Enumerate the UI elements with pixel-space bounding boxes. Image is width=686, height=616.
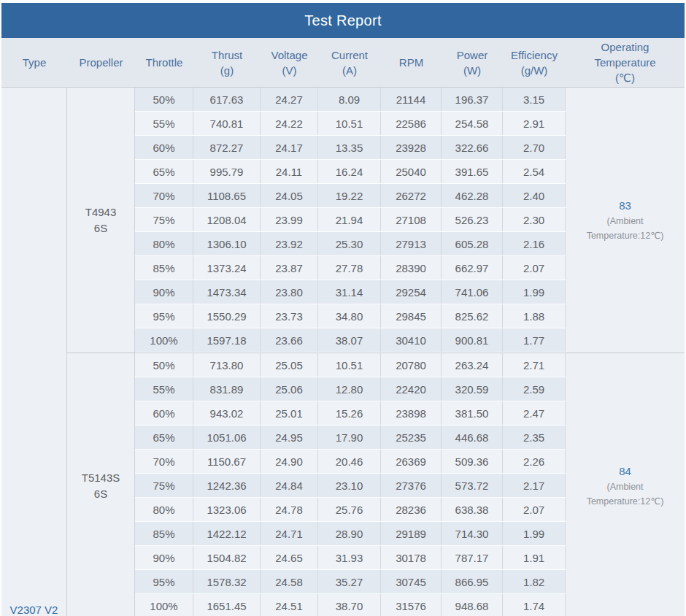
power-cell: 825.62 [442,304,503,328]
ambient-temperature-note: (Ambient Temperature:12℃) [581,480,670,509]
table-row: 85%1373.2423.8727.7828390662.972.07 [135,256,566,280]
propeller-battery: 6S [94,486,107,502]
table-row: 80%1306.1023.9225.3027913605.282.16 [135,232,566,256]
rpm-cell: 26272 [381,184,442,207]
throttle-cell: 80% [135,232,193,255]
column-header-unit: (V) [282,63,297,78]
current-cell: 19.22 [318,184,381,207]
type-label: V2307 V2 [1,604,66,616]
power-cell: 866.95 [442,570,503,593]
thrust-cell: 740.81 [193,112,261,135]
efficiency-cell: 1.74 [503,594,566,616]
current-cell: 15.26 [318,401,381,425]
rpm-cell: 28390 [381,256,442,280]
voltage-cell: 23.73 [261,304,318,328]
thrust-cell: 1150.67 [193,450,261,473]
propeller-group-t4943: T49436S50%617.6324.278.0921144196.373.15… [67,88,685,353]
current-cell: 16.24 [318,160,381,183]
ambient-temperature-note: (Ambient Temperature:12℃) [581,214,670,243]
thrust-cell: 1422.12 [193,522,261,545]
rpm-cell: 31576 [381,594,442,616]
voltage-cell: 23.66 [261,328,318,352]
current-cell: 35.27 [318,570,381,593]
operating-temperature-value: 83 [619,198,631,214]
column-header-throttle: Throttle [135,38,193,87]
operating-temperature-value: 84 [619,463,631,480]
thrust-cell: 713.80 [193,353,261,377]
current-cell: 25.30 [318,232,381,255]
column-header-label: Power [457,47,488,63]
current-cell: 21.94 [318,208,381,231]
thrust-cell: 1651.45 [193,594,261,616]
throttle-cell: 75% [135,474,193,497]
efficiency-cell: 1.99 [503,522,566,545]
voltage-cell: 24.27 [261,88,318,111]
efficiency-cell: 2.30 [503,208,566,231]
thrust-cell: 1208.04 [193,208,261,231]
throttle-cell: 55% [135,377,193,401]
efficiency-cell: 1.82 [503,570,566,593]
column-header-label: Efficiency [511,47,558,63]
thrust-cell: 1504.82 [193,546,261,569]
throttle-cell: 90% [135,546,193,569]
thrust-cell: 1550.29 [193,304,261,328]
voltage-cell: 25.05 [261,353,318,377]
table-row: 50%713.8025.0510.5120780263.242.71 [135,353,566,377]
propeller-cell: T5143S6S [67,353,135,616]
propeller-name: T5143S [82,470,120,486]
rpm-cell: 23898 [381,401,442,425]
column-header-current: Current(A) [318,38,381,87]
power-cell: 526.23 [442,208,503,231]
efficiency-cell: 2.07 [503,498,566,521]
column-header-thrust: Thrust(g) [193,38,261,87]
voltage-cell: 24.78 [261,498,318,521]
thrust-cell: 995.79 [193,160,261,183]
table-row: 85%1422.1224.7128.9029189714.301.99 [135,522,566,546]
rpm-cell: 30410 [381,328,442,352]
thrust-cell: 943.02 [193,401,261,425]
column-header-power: Power(W) [442,38,503,87]
rpm-cell: 22586 [381,112,442,135]
rpm-cell: 29254 [381,280,442,304]
table-row: 100%1597.1823.6638.0730410900.811.77 [135,328,566,353]
table-body: V2307 V2 T49436S50%617.6324.278.09211441… [1,88,685,616]
power-cell: 446.68 [442,426,503,449]
efficiency-cell: 2.71 [503,353,566,377]
power-cell: 662.97 [442,256,503,280]
efficiency-cell: 1.88 [503,304,566,328]
efficiency-cell: 2.91 [503,112,566,135]
efficiency-cell: 2.26 [503,450,566,473]
table-row: 55%831.8925.0612.8022420320.592.59 [135,377,566,401]
rpm-cell: 23928 [381,136,442,159]
rpm-cell: 20780 [381,353,442,377]
rpm-cell: 29189 [381,522,442,545]
throttle-cell: 50% [135,88,193,111]
column-header-row: TypePropellerThrottleThrust(g)Voltage(V)… [1,38,685,88]
voltage-cell: 24.65 [261,546,318,569]
efficiency-cell: 1.77 [503,328,566,352]
column-header-type: Type [1,38,67,87]
voltage-cell: 25.01 [261,401,318,425]
power-cell: 509.36 [442,450,503,473]
table-row: 70%1108.6524.0519.2226272462.282.40 [135,184,566,208]
voltage-cell: 23.99 [261,208,318,231]
rpm-cell: 28236 [381,498,442,521]
throttle-cell: 90% [135,280,193,304]
power-cell: 391.65 [442,160,503,183]
column-header-label: Type [23,55,47,70]
type-column-cell: V2307 V2 [1,88,67,616]
table-row: 80%1323.0624.7825.7628236638.382.07 [135,498,566,522]
data-rows: 50%617.6324.278.0921144196.373.1555%740.… [135,88,566,353]
table-row: 65%1051.0624.9517.9025235446.682.35 [135,426,566,450]
propeller-group-t5143s: T5143S6S50%713.8025.0510.5120780263.242.… [67,353,685,616]
power-cell: 263.24 [442,353,503,377]
efficiency-cell: 2.54 [503,160,566,183]
column-header-label: Voltage [271,47,307,63]
propeller-battery: 6S [94,220,107,236]
efficiency-cell: 2.17 [503,474,566,497]
throttle-cell: 75% [135,208,193,231]
thrust-cell: 1578.32 [193,570,261,593]
rpm-cell: 30178 [381,546,442,569]
throttle-cell: 100% [135,328,193,352]
thrust-cell: 1473.34 [193,280,261,304]
